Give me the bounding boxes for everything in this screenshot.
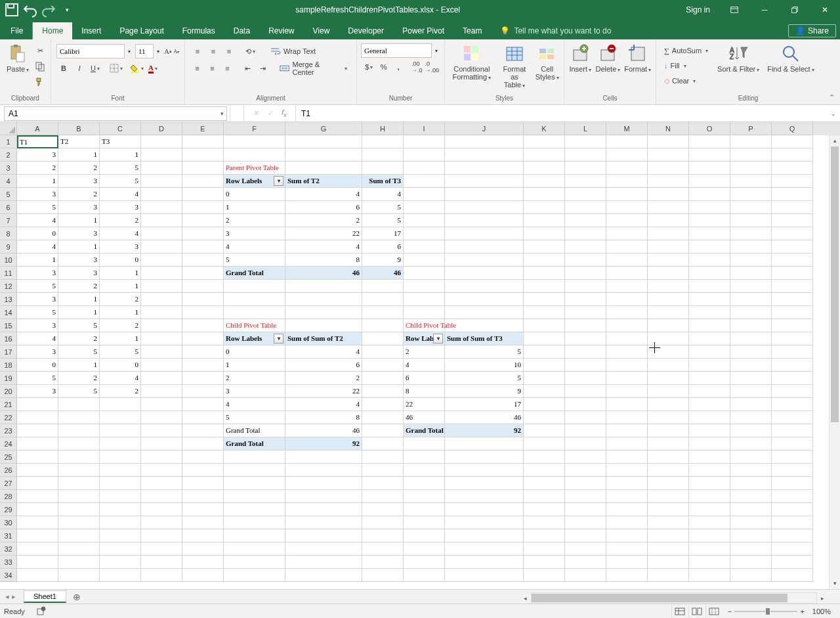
cell-L6[interactable] bbox=[565, 201, 606, 214]
number-format-combo[interactable]: ▾ bbox=[361, 43, 440, 58]
cell-D21[interactable] bbox=[141, 398, 182, 411]
cell-O27[interactable] bbox=[689, 477, 730, 490]
cell-I23[interactable]: Grand Total bbox=[404, 424, 445, 437]
cell-F33[interactable] bbox=[224, 556, 285, 569]
cell-A19[interactable]: 5 bbox=[17, 372, 58, 385]
merge-center-button[interactable]: Merge & Center bbox=[276, 61, 351, 76]
cell-M30[interactable] bbox=[606, 516, 648, 529]
cell-E3[interactable] bbox=[182, 162, 224, 175]
align-middle-icon[interactable]: ≡ bbox=[206, 44, 220, 58]
cell-B13[interactable]: 1 bbox=[58, 293, 100, 306]
cell-F1[interactable] bbox=[224, 135, 285, 148]
tab-review[interactable]: Review bbox=[259, 22, 303, 39]
cell-P11[interactable] bbox=[730, 267, 772, 280]
cell-C6[interactable]: 3 bbox=[100, 201, 141, 214]
cell-H18[interactable] bbox=[362, 359, 404, 372]
cell-J15[interactable] bbox=[445, 319, 524, 332]
cell-E4[interactable] bbox=[182, 175, 224, 188]
cell-I28[interactable] bbox=[404, 490, 445, 503]
row-head-14[interactable]: 14 bbox=[0, 306, 17, 319]
horizontal-scrollbar[interactable]: ◂ ▸ bbox=[520, 592, 828, 604]
cell-D22[interactable] bbox=[141, 411, 182, 424]
cell-C24[interactable] bbox=[100, 437, 141, 451]
increase-decimal-icon[interactable]: .00→.0 bbox=[410, 60, 423, 74]
cell-B32[interactable] bbox=[58, 542, 100, 556]
cell-D13[interactable] bbox=[141, 293, 182, 306]
cell-Q12[interactable] bbox=[772, 280, 813, 293]
cell-H22[interactable] bbox=[362, 411, 404, 424]
cell-J6[interactable] bbox=[445, 201, 524, 214]
row-head-33[interactable]: 33 bbox=[0, 556, 17, 569]
cell-I30[interactable] bbox=[404, 516, 445, 529]
cell-O32[interactable] bbox=[689, 542, 730, 556]
cell-N25[interactable] bbox=[648, 451, 689, 464]
cell-K30[interactable] bbox=[524, 516, 565, 529]
cell-J24[interactable] bbox=[445, 437, 524, 451]
cell-A31[interactable] bbox=[17, 529, 58, 542]
cell-P19[interactable] bbox=[730, 372, 772, 385]
cell-J5[interactable] bbox=[445, 188, 524, 201]
qat-customize-icon[interactable]: ▾ bbox=[59, 2, 75, 18]
cell-H3[interactable] bbox=[362, 162, 404, 175]
vscroll-thumb[interactable] bbox=[831, 146, 839, 422]
cell-J21[interactable]: 17 bbox=[445, 398, 524, 411]
cell-Q10[interactable] bbox=[772, 254, 813, 267]
cell-B16[interactable]: 2 bbox=[58, 332, 100, 345]
cell-J19[interactable]: 5 bbox=[445, 372, 524, 385]
name-box[interactable]: A1 bbox=[4, 106, 227, 121]
cell-E21[interactable] bbox=[182, 398, 224, 411]
tab-page-layout[interactable]: Page Layout bbox=[110, 22, 173, 39]
cell-P34[interactable] bbox=[730, 569, 772, 582]
cell-K9[interactable] bbox=[524, 240, 565, 254]
cell-N14[interactable] bbox=[648, 306, 689, 319]
cell-J26[interactable] bbox=[445, 464, 524, 477]
cell-Q15[interactable] bbox=[772, 319, 813, 332]
cell-A3[interactable]: 2 bbox=[17, 162, 58, 175]
row-head-20[interactable]: 20 bbox=[0, 385, 17, 398]
cell-E20[interactable] bbox=[182, 385, 224, 398]
cell-K16[interactable] bbox=[524, 332, 565, 345]
cell-B1[interactable]: T2 bbox=[58, 135, 100, 148]
cell-H15[interactable] bbox=[362, 319, 404, 332]
cell-D31[interactable] bbox=[141, 529, 182, 542]
cell-J16[interactable]: Sum of Sum of T3 bbox=[445, 332, 524, 345]
cell-L24[interactable] bbox=[565, 437, 606, 451]
sort-filter-button[interactable]: AZ Sort & Filter bbox=[713, 42, 763, 93]
cell-D30[interactable] bbox=[141, 516, 182, 529]
cell-F11[interactable]: Grand Total bbox=[224, 267, 285, 280]
cell-E28[interactable] bbox=[182, 490, 224, 503]
cell-B8[interactable]: 3 bbox=[58, 227, 100, 240]
cell-N2[interactable] bbox=[648, 148, 689, 162]
cell-G11[interactable]: 46 bbox=[285, 267, 362, 280]
zoom-slider[interactable] bbox=[734, 611, 797, 612]
cell-L31[interactable] bbox=[565, 529, 606, 542]
cell-G31[interactable] bbox=[285, 529, 362, 542]
cell-H21[interactable] bbox=[362, 398, 404, 411]
cell-F10[interactable]: 5 bbox=[224, 254, 285, 267]
cell-P8[interactable] bbox=[730, 227, 772, 240]
cell-Q23[interactable] bbox=[772, 424, 813, 437]
cell-H29[interactable] bbox=[362, 503, 404, 516]
cell-D1[interactable] bbox=[141, 135, 182, 148]
cell-M28[interactable] bbox=[606, 490, 648, 503]
cell-H26[interactable] bbox=[362, 464, 404, 477]
cell-Q1[interactable] bbox=[772, 135, 813, 148]
cell-J1[interactable] bbox=[445, 135, 524, 148]
percent-format-icon[interactable]: % bbox=[377, 60, 390, 74]
cell-L34[interactable] bbox=[565, 569, 606, 582]
cell-K18[interactable] bbox=[524, 359, 565, 372]
cell-N23[interactable] bbox=[648, 424, 689, 437]
cell-A1[interactable]: T1 bbox=[17, 135, 58, 148]
cell-K26[interactable] bbox=[524, 464, 565, 477]
row-head-21[interactable]: 21 bbox=[0, 398, 17, 411]
cell-G2[interactable] bbox=[285, 148, 362, 162]
cell-N19[interactable] bbox=[648, 372, 689, 385]
cell-O15[interactable] bbox=[689, 319, 730, 332]
row-head-26[interactable]: 26 bbox=[0, 464, 17, 477]
align-left-icon[interactable]: ≡ bbox=[190, 61, 204, 76]
cell-I27[interactable] bbox=[404, 477, 445, 490]
cell-N11[interactable] bbox=[648, 267, 689, 280]
cell-N20[interactable] bbox=[648, 385, 689, 398]
cell-B23[interactable] bbox=[58, 424, 100, 437]
cell-O19[interactable] bbox=[689, 372, 730, 385]
